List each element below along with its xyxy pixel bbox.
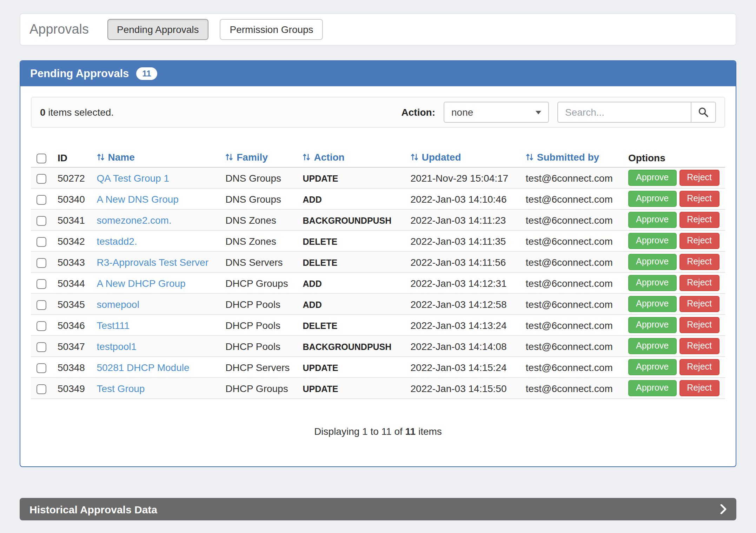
row-action: UPDATE	[303, 363, 338, 373]
row-checkbox[interactable]	[37, 237, 46, 247]
row-name-cell: somezone2.com.	[91, 209, 220, 230]
row-updated: 2021-Nov-29 15:04:17	[405, 167, 520, 188]
sort-icon	[526, 152, 533, 163]
row-id: 50342	[52, 230, 91, 251]
row-options-cell: ApproveReject	[623, 209, 725, 230]
row-name-link[interactable]: testpool1	[97, 340, 137, 352]
chevron-right-icon	[720, 504, 727, 514]
tab-permission-groups[interactable]: Permission Groups	[220, 19, 323, 40]
row-action: DELETE	[303, 258, 338, 268]
column-header-submitted-by[interactable]: Submitted by	[520, 148, 623, 167]
row-submitted-by: test@6connect.com	[520, 294, 623, 315]
tab-pending-approvals[interactable]: Pending Approvals	[107, 19, 209, 40]
row-name-link[interactable]: R3-Approvals Test Server	[97, 256, 208, 268]
row-checkbox[interactable]	[37, 279, 46, 289]
reject-button[interactable]: Reject	[679, 254, 719, 270]
row-name-link[interactable]: testadd2.	[97, 235, 137, 247]
row-id: 50272	[52, 167, 91, 188]
row-checkbox[interactable]	[37, 195, 46, 204]
row-checkbox[interactable]	[37, 258, 46, 268]
table-row: 50348 50281 DHCP Module DHCP Servers UPD…	[31, 357, 725, 378]
approve-button[interactable]: Approve	[628, 233, 676, 249]
row-checkbox[interactable]	[37, 174, 46, 183]
row-name-link[interactable]: 50281 DHCP Module	[97, 362, 189, 373]
row-action: ADD	[303, 300, 322, 310]
row-options-cell: ApproveReject	[623, 251, 725, 272]
selection-toolbar: 0 items selected. Action: none	[31, 97, 725, 128]
reject-button[interactable]: Reject	[679, 212, 719, 228]
approve-button[interactable]: Approve	[628, 317, 676, 333]
row-checkbox[interactable]	[37, 216, 46, 225]
approve-button[interactable]: Approve	[628, 191, 676, 207]
row-checkbox[interactable]	[37, 300, 46, 310]
row-action-cell: UPDATE	[297, 378, 405, 399]
reject-button[interactable]: Reject	[679, 233, 719, 249]
row-action-cell: BACKGROUNDPUSH	[297, 209, 405, 230]
table-row: 50341 somezone2.com. DNS Zones BACKGROUN…	[31, 209, 725, 230]
approve-button[interactable]: Approve	[628, 296, 676, 312]
row-action: UPDATE	[303, 174, 338, 183]
row-submitted-by: test@6connect.com	[520, 251, 623, 272]
reject-button[interactable]: Reject	[679, 296, 719, 312]
row-name-link[interactable]: A New DHCP Group	[97, 277, 185, 289]
pending-approvals-panel: Pending Approvals 11 0 items selected. A…	[20, 60, 736, 467]
table-row: 50344 A New DHCP Group DHCP Groups ADD 2…	[31, 272, 725, 294]
approve-button[interactable]: Approve	[628, 338, 676, 354]
footer-prefix: Displaying 1 to 11 of	[314, 426, 405, 437]
reject-button[interactable]: Reject	[679, 380, 719, 396]
column-header-updated[interactable]: Updated	[405, 148, 520, 167]
reject-button[interactable]: Reject	[679, 275, 719, 291]
reject-button[interactable]: Reject	[679, 191, 719, 207]
row-checkbox[interactable]	[37, 321, 46, 331]
column-header-family[interactable]: Family	[220, 148, 297, 167]
row-checkbox[interactable]	[37, 384, 46, 394]
row-name-link[interactable]: Test Group	[97, 383, 145, 394]
items-selected-text: 0 items selected.	[40, 107, 114, 118]
row-options-cell: ApproveReject	[623, 294, 725, 315]
row-updated: 2022-Jan-03 14:13:24	[405, 315, 520, 336]
row-id: 50349	[52, 378, 91, 399]
row-action-cell: BACKGROUNDPUSH	[297, 336, 405, 357]
row-action-cell: DELETE	[297, 251, 405, 272]
row-submitted-by: test@6connect.com	[520, 209, 623, 230]
reject-button[interactable]: Reject	[679, 317, 719, 333]
search-button[interactable]	[691, 102, 716, 123]
row-action: ADD	[303, 195, 322, 204]
approve-button[interactable]: Approve	[628, 359, 676, 375]
row-name-link[interactable]: somezone2.com.	[97, 214, 171, 225]
row-checkbox[interactable]	[37, 363, 46, 373]
search-input[interactable]	[557, 102, 691, 123]
select-all-cell	[31, 148, 52, 167]
reject-button[interactable]: Reject	[679, 338, 719, 354]
table-row: 50342 testadd2. DNS Zones DELETE 2022-Ja…	[31, 230, 725, 251]
row-action: BACKGROUNDPUSH	[303, 342, 392, 352]
row-family: DHCP Pools	[220, 294, 297, 315]
row-submitted-by: test@6connect.com	[520, 230, 623, 251]
row-action: DELETE	[303, 321, 338, 331]
row-family: DNS Groups	[220, 188, 297, 209]
row-updated: 2022-Jan-03 14:11:35	[405, 230, 520, 251]
reject-button[interactable]: Reject	[679, 170, 719, 186]
footer-suffix: items	[416, 426, 442, 437]
row-action: DELETE	[303, 237, 338, 247]
sort-icon	[225, 152, 233, 163]
approve-button[interactable]: Approve	[628, 170, 676, 186]
column-header-name[interactable]: Name	[91, 148, 220, 167]
row-name-link[interactable]: somepool	[97, 298, 139, 310]
row-updated: 2022-Jan-03 14:12:58	[405, 294, 520, 315]
toolbar-right: Action: none	[402, 102, 716, 123]
approve-button[interactable]: Approve	[628, 212, 676, 228]
historical-approvals-bar[interactable]: Historical Approvals Data	[20, 498, 736, 520]
row-name-link[interactable]: A New DNS Group	[97, 193, 178, 204]
approve-button[interactable]: Approve	[628, 380, 676, 396]
select-all-checkbox[interactable]	[37, 153, 46, 163]
approve-button[interactable]: Approve	[628, 254, 676, 270]
row-checkbox[interactable]	[37, 342, 46, 352]
row-name-link[interactable]: Test111	[97, 319, 130, 331]
table-row: 50272 QA Test Group 1 DNS Groups UPDATE …	[31, 167, 725, 188]
approve-button[interactable]: Approve	[628, 275, 676, 291]
column-header-action[interactable]: Action	[297, 148, 405, 167]
action-select[interactable]: none	[444, 102, 549, 123]
row-name-link[interactable]: QA Test Group 1	[97, 172, 169, 183]
reject-button[interactable]: Reject	[679, 359, 719, 375]
